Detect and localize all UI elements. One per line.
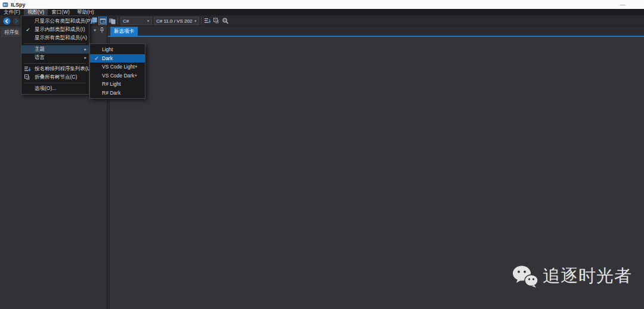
pane-menu-chevron-icon[interactable]: ▼ bbox=[93, 29, 97, 32]
collapse-all-icon bbox=[213, 17, 220, 24]
check-icon: ✓ bbox=[92, 54, 101, 63]
menu-window[interactable]: 窗口(W) bbox=[48, 9, 73, 15]
watermark: 追逐时光者 bbox=[512, 264, 632, 288]
chevron-down-icon: ▼ bbox=[147, 19, 150, 23]
menu-item-theme[interactable]: 主题 ▸ bbox=[21, 45, 89, 54]
menu-help[interactable]: 帮助(H) bbox=[73, 9, 98, 15]
split-view-button[interactable] bbox=[108, 17, 116, 25]
language-version-combo-value: C# 11.0 / VS 202 bbox=[156, 18, 192, 24]
back-button[interactable] bbox=[2, 17, 11, 25]
theme-item-dark[interactable]: ✓ Dark bbox=[90, 54, 145, 63]
sort-assemblies-button[interactable] bbox=[203, 17, 212, 25]
language-combo[interactable]: C# ▼ bbox=[120, 17, 152, 25]
app-icon bbox=[2, 2, 8, 8]
menu-bar: 文件(F) 视图(V) 窗口(W) 帮助(H) bbox=[0, 9, 644, 15]
chevron-down-icon: ▼ bbox=[194, 19, 197, 23]
pin-icon[interactable] bbox=[100, 27, 104, 33]
theme-item-rsharp-light[interactable]: R# Light bbox=[90, 80, 145, 89]
submenu-arrow-icon: ▸ bbox=[84, 55, 86, 60]
search-icon bbox=[222, 17, 229, 24]
titlebar: ILSpy — bbox=[0, 0, 644, 9]
forward-arrow-icon bbox=[13, 17, 20, 25]
theme-item-light[interactable]: Light bbox=[90, 45, 145, 54]
tab-new[interactable]: 新选项卡 bbox=[110, 27, 138, 36]
forward-button[interactable] bbox=[12, 17, 20, 25]
menu-separator bbox=[24, 63, 86, 64]
tab-bar: 新选项卡 bbox=[107, 26, 644, 36]
minimize-button[interactable]: — bbox=[618, 0, 627, 9]
menu-separator bbox=[24, 83, 86, 83]
menu-item-language[interactable]: 语言 ▸ bbox=[21, 54, 89, 62]
view-menu-dropdown: 只显示公有类型和成员(P) ✓ 显示内部类型和成员(I) 显示所有类型和成员(A… bbox=[21, 15, 89, 95]
menu-separator bbox=[24, 43, 86, 44]
theme-submenu: Light ✓ Dark VS Code Light+ VS Code Dark… bbox=[89, 43, 145, 99]
menu-item-options[interactable]: 选项(O)... bbox=[21, 85, 89, 93]
menu-item-sort-assemblies[interactable]: 按名称排列程序集列表(L) bbox=[21, 65, 89, 73]
theme-item-rsharp-dark[interactable]: R# Dark bbox=[90, 89, 145, 98]
assemblies-panel-header[interactable]: 程序集 bbox=[1, 28, 23, 37]
sort-assemblies-icon bbox=[204, 17, 211, 24]
menu-item-collapse-all[interactable]: 折叠所有树节点(C) bbox=[21, 73, 89, 82]
theme-item-vscode-light[interactable]: VS Code Light+ bbox=[90, 63, 145, 71]
window-arrow-icon bbox=[100, 18, 106, 24]
collapse-all-icon bbox=[24, 74, 32, 82]
search-button[interactable] bbox=[221, 17, 230, 25]
toolbar-separator bbox=[117, 17, 118, 24]
menu-view[interactable]: 视图(V) bbox=[24, 9, 48, 15]
pane-controls: ▼ bbox=[93, 27, 104, 33]
dual-windows-icon bbox=[109, 17, 116, 24]
language-combo-value: C# bbox=[123, 18, 129, 24]
menu-item-internal-types[interactable]: ✓ 显示内部类型和成员(I) bbox=[21, 26, 89, 34]
wechat-icon bbox=[512, 265, 539, 288]
toolbar: C# ▼ C# 11.0 / VS 202 ▼ bbox=[0, 15, 644, 26]
toolbar-separator bbox=[201, 17, 202, 24]
ilspy-window: ILSpy — 文件(F) 视图(V) 窗口(W) 帮助(H) C# ▼ bbox=[0, 0, 644, 309]
collapse-all-button[interactable] bbox=[212, 17, 221, 25]
menu-file[interactable]: 文件(F) bbox=[0, 9, 24, 15]
theme-item-vscode-dark[interactable]: VS Code Dark+ bbox=[90, 71, 145, 80]
dock-pane-toggle-button[interactable] bbox=[98, 17, 107, 25]
sort-assemblies-icon bbox=[24, 65, 32, 73]
menu-item-public-only[interactable]: 只显示公有类型和成员(P) bbox=[21, 17, 89, 26]
check-icon: ✓ bbox=[24, 26, 32, 34]
language-version-combo[interactable]: C# 11.0 / VS 202 ▼ bbox=[154, 17, 199, 25]
window-title: ILSpy bbox=[11, 2, 26, 8]
submenu-arrow-icon: ▸ bbox=[84, 47, 86, 52]
menu-item-all-types[interactable]: 显示所有类型和成员(A) bbox=[21, 34, 89, 42]
watermark-text: 追逐时光者 bbox=[543, 264, 632, 288]
back-arrow-icon bbox=[3, 17, 11, 25]
